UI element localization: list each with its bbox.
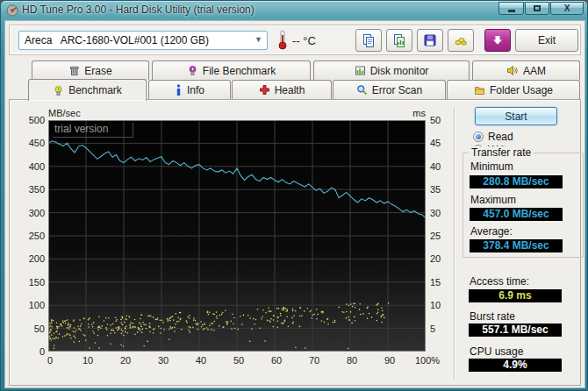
axis-tick-label: 30 [430,208,453,218]
benchmark-content: MB/sec ms [9,99,581,386]
axis-tick-label: 40 [430,161,453,172]
axis-tick-label: 250 [15,231,45,241]
tab-label: Disk monitor [370,65,429,77]
axis-tick-label: 450 [15,138,45,148]
magnifier-icon [356,84,368,96]
copy-text-button[interactable] [355,29,382,52]
tab-label: Benchmark [68,84,122,96]
axis-tick-label: 50 [430,115,453,125]
tab-label: File Benchmark [203,65,276,77]
trial-watermark: trial version [53,123,133,138]
axis-tick-label: 15 [430,277,453,288]
thermometer-icon [276,29,289,50]
burst-rate-value: 557.1 MB/sec [469,323,562,337]
left-axis-title: MB/sec [48,108,81,118]
axis-tick-label: 50 [221,355,256,366]
tab-label: Health [275,84,305,96]
speaker-icon [506,65,519,76]
read-radio[interactable]: Read [473,131,513,143]
drive-select[interactable]: Areca ARC-1680-VOL#001 (1200 GB) ▼ [18,31,268,50]
exit-button[interactable]: Exit [515,29,578,52]
trash-icon [68,65,80,76]
burst-rate-label: Burst rate [470,310,515,323]
cpu-usage-label: CPU usage [470,345,523,358]
tab-info[interactable]: Info [148,80,231,99]
cpu-usage-value: 4.9% [469,359,562,372]
axis-tick-label: 100 [15,300,45,310]
plot-canvas [48,120,426,352]
maximum-label: Maximum [470,194,516,206]
exit-label: Exit [538,34,556,46]
minimize-button[interactable] [498,2,524,15]
window-title: HD Tune Pro 3.00 - Hard Disk Utility (tr… [22,4,255,16]
temperature-value: -- °C [292,34,316,47]
title-bar[interactable]: HD Tune Pro 3.00 - Hard Disk Utility (tr… [1,1,587,20]
axis-tick-label: 500 [15,115,45,125]
client-area: Areca ARC-1680-VOL#001 (1200 GB) ▼ -- °C [4,20,585,388]
axis-tick-label: 50 [15,323,45,334]
axis-tick-label: 300 [15,208,45,218]
app-window: HD Tune Pro 3.00 - Hard Disk Utility (tr… [0,0,588,391]
app-icon [6,4,18,17]
axis-tick-label: 0 [32,355,68,366]
yellow-bulb-icon [53,85,64,96]
minimum-label: Minimum [470,160,513,173]
tab-erase[interactable]: Erase [32,60,149,80]
minimum-value: 280.8 MB/sec [470,175,563,188]
options-button[interactable] [448,29,474,52]
axis-tick-label: 90 [372,355,407,366]
start-label: Start [505,110,527,123]
chevron-down-icon: ▼ [255,35,262,44]
axis-tick-label: 350 [15,184,45,195]
save-button[interactable] [417,29,443,52]
axis-tick-label: 45 [430,138,453,148]
maximize-button[interactable] [525,2,549,15]
close-icon: X [564,4,570,13]
tab-benchmark[interactable]: Benchmark [28,79,147,101]
tab-file-benchmark[interactable]: File Benchmark [152,60,311,80]
folder-icon [474,84,485,96]
start-button[interactable]: Start [475,107,557,125]
tab-health[interactable]: Health [232,80,332,99]
axis-tick-label: 5 [430,323,453,334]
tab-aam[interactable]: AAM [472,60,580,80]
axis-tick-label: 150 [15,277,45,288]
tab-folder-usage[interactable]: Folder Usage [447,80,580,99]
axis-tick-label: 70 [297,355,332,366]
info-icon [175,84,183,96]
tab-label: Erase [84,65,111,77]
tab-error-scan[interactable]: Error Scan [333,80,446,99]
access-time-value: 6.9 ms [469,289,562,302]
axis-tick-label: 60 [259,355,294,366]
hand-coins-icon [454,33,468,47]
average-value: 378.4 MB/sec [470,239,563,252]
save-icon [423,33,437,47]
read-label: Read [488,131,513,143]
right-axis-title: ms [394,108,426,118]
plot-area: trial version [48,120,426,352]
stats-panel: Start Read Write Transfer rate Minimum 2… [455,100,582,387]
tab-label: Folder Usage [490,84,553,96]
tab-label: Info [187,84,204,96]
purple-bulb-icon [187,65,198,76]
chart-monitor-icon [355,65,366,76]
update-download-button[interactable] [484,29,511,52]
axis-tick-label: 20 [108,355,143,366]
copy-image-icon [392,33,406,47]
tab-disk-monitor[interactable]: Disk monitor [313,60,470,80]
tab-label: Error Scan [372,84,422,96]
close-button[interactable]: X [550,2,584,15]
copy-icon [362,33,376,47]
copy-image-button[interactable] [386,29,412,52]
transfer-rate-group: Transfer rate Minimum 280.8 MB/sec Maxim… [463,153,584,258]
maximize-icon [534,5,541,11]
axis-tick-label: 100% [410,355,445,366]
axis-tick-label: 400 [15,161,45,172]
maximum-value: 457.0 MB/sec [470,208,563,221]
axis-tick-label: 80 [334,355,369,366]
transfer-rate-group-label: Transfer rate [469,146,534,159]
toolbar: Areca ARC-1680-VOL#001 (1200 GB) ▼ -- °C [9,25,581,55]
benchmark-chart: MB/sec ms [10,100,459,387]
minimize-icon [508,10,515,12]
axis-tick-label: 10 [70,355,105,366]
